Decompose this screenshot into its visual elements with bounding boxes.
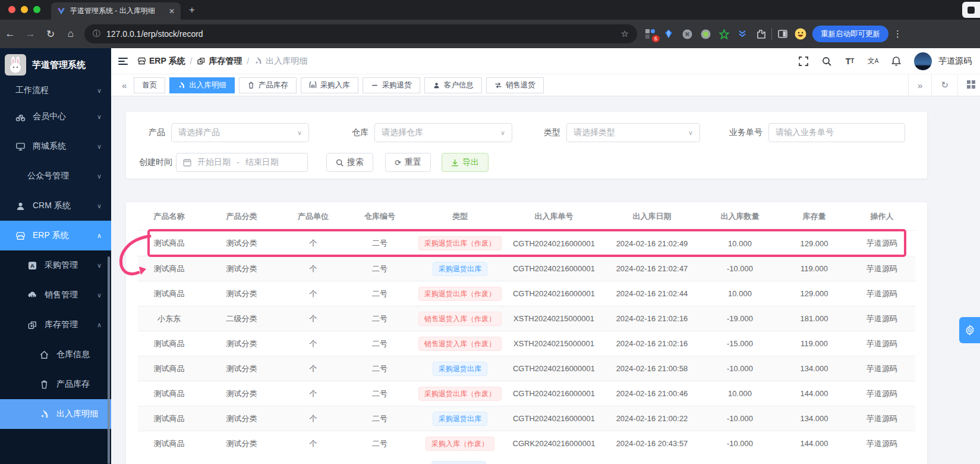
- col-stock: 库存量: [780, 211, 849, 222]
- cell-date: 2024-02-16 21:02:49: [604, 239, 700, 248]
- back-icon[interactable]: ←: [0, 28, 20, 40]
- sidebar-item-purchase-mgmt[interactable]: A 采购管理∨: [0, 250, 111, 280]
- product-select[interactable]: 请选择产品 ∨: [171, 123, 309, 142]
- extension-green-star-icon[interactable]: [718, 28, 730, 40]
- col-operator: 操作人: [849, 211, 915, 222]
- cell-date: 2024-02-16 21:02:16: [604, 339, 700, 348]
- url-text[interactable]: 127.0.0.1/erp/stock/record: [106, 29, 615, 39]
- browser-corner-widget[interactable]: [962, 2, 980, 18]
- cell-product: 测试商品: [138, 264, 200, 274]
- tab-product-stock[interactable]: 产品库存: [239, 77, 297, 93]
- cell-category: 测试分类: [200, 338, 283, 349]
- cell-product: 测试商品: [138, 388, 200, 399]
- table-row[interactable]: 小东东二级分类个二号销售退货入库（作废）XSTH2024021500000120…: [138, 306, 915, 331]
- table-row[interactable]: 测试商品测试分类个二号销售退货入库（作废）XSTH202402150000012…: [138, 331, 915, 356]
- search-icon[interactable]: [821, 56, 832, 67]
- reset-button[interactable]: ⟳ 重置: [385, 153, 431, 172]
- fullscreen-icon[interactable]: [798, 56, 809, 67]
- warehouse-select[interactable]: 请选择仓库 ∨: [374, 123, 512, 142]
- cell-category: 测试分类: [200, 363, 283, 374]
- address-bar[interactable]: ⓘ 127.0.0.1/erp/stock/record ☆: [84, 24, 637, 43]
- product-filter-label: 产品: [126, 127, 165, 138]
- breadcrumb-stock-mgmt[interactable]: 库存管理: [197, 56, 242, 67]
- sidebar-item-stock-record[interactable]: 出入库明细: [0, 399, 111, 429]
- table-row[interactable]: 测试商品测试分类个二号采购退货出库CGTH202402160000012024-…: [138, 356, 915, 381]
- corner-widget-icon: [968, 7, 975, 14]
- table-row[interactable]: 测试商品测试分类个二号采购退货出库CGTH202402160000012024-…: [138, 256, 915, 281]
- sidebar-item-stock-mgmt[interactable]: 库存管理∧: [0, 310, 111, 340]
- export-button[interactable]: 导出: [442, 153, 489, 172]
- extension-chevrons-icon[interactable]: [736, 28, 748, 40]
- language-icon[interactable]: 文A: [868, 56, 878, 67]
- table-header-row: 产品名称 产品分类 产品单位 仓库编号 类型 出入库单号 出入库日期 出入库数量…: [138, 202, 915, 231]
- sidebar-item-member-center[interactable]: 会员中心∨: [0, 102, 111, 131]
- extensions-puzzle-icon[interactable]: [755, 28, 767, 40]
- reload-icon[interactable]: ↻: [40, 28, 61, 40]
- home-icon[interactable]: ⌂: [61, 28, 81, 40]
- cell-order_no: CGTH20240216000001: [504, 389, 604, 398]
- table-row[interactable]: 测试商品测试分类个二号采购退货出库（作废）CGTH202402160000012…: [138, 281, 915, 306]
- site-info-icon[interactable]: ⓘ: [93, 29, 100, 39]
- sidebar-scrollbar[interactable]: [108, 256, 110, 464]
- tab-home[interactable]: 首页: [134, 77, 165, 93]
- tab-stock-record[interactable]: 出入库明细: [169, 77, 235, 93]
- sidebar-item-sales-mgmt[interactable]: 销售管理∨: [0, 280, 111, 310]
- browser-update-button[interactable]: 重新启动即可更新: [812, 26, 888, 42]
- sidebar-item-warehouse-info[interactable]: 仓库信息: [0, 340, 111, 369]
- breadcrumb-erp[interactable]: ERP 系统: [137, 56, 185, 67]
- user-name[interactable]: 芋道源码: [938, 56, 972, 67]
- sidebar-item-workflow[interactable]: 工作流程∨: [0, 79, 111, 102]
- close-window-button[interactable]: [8, 6, 15, 13]
- user-avatar[interactable]: [914, 52, 932, 70]
- col-unit: 产品单位: [283, 211, 344, 222]
- table-row[interactable]: 测试商品测试分类个二号采购退货出库（作废）CGTH202402160000012…: [138, 231, 915, 256]
- sidebar-item-crm-system[interactable]: CRM 系统∨: [0, 191, 111, 221]
- app-logo: [5, 54, 26, 76]
- browser-menu-kebab-icon[interactable]: ⋮: [893, 29, 902, 39]
- scroll-tabs-right-icon[interactable]: »: [913, 80, 927, 90]
- table-row[interactable]: 测试商品测试分类个二号采购退货出库（作废）CGTH202402160000012…: [138, 381, 915, 406]
- side-panel-icon[interactable]: [777, 28, 789, 40]
- new-tab-button[interactable]: +: [189, 4, 195, 16]
- date-range-picker[interactable]: 开始日期 - 结束日期: [176, 153, 308, 172]
- table-row[interactable]: 测试商品测试分类个二号采购退货出库CGTH202402160000012024-…: [138, 406, 915, 431]
- tab-close-icon[interactable]: ✕: [169, 7, 175, 15]
- chevron-up-icon: ∧: [97, 232, 102, 240]
- maximize-window-button[interactable]: [33, 6, 40, 13]
- extension-command-icon[interactable]: ⌘: [681, 28, 693, 40]
- topbar: ERP 系统 / 库存管理 / 出入库明细: [111, 48, 980, 74]
- extension-green-dot-icon[interactable]: [699, 28, 711, 40]
- tab-purchase-return[interactable]: 采购退货: [363, 77, 420, 93]
- refresh-page-icon[interactable]: ↻: [936, 80, 953, 90]
- collapse-sidebar-icon[interactable]: [118, 58, 128, 65]
- sidebar-item-mall-system[interactable]: 商城系统∨: [0, 131, 111, 161]
- type-select[interactable]: 请选择类型 ∨: [566, 123, 700, 142]
- tab-customer-info[interactable]: 客户信息: [424, 77, 482, 93]
- sidebar-item-product-stock[interactable]: 产品库存: [0, 369, 111, 399]
- letter-a-icon: A: [27, 261, 37, 271]
- sidebar-logo-row[interactable]: 芋道管理系统: [0, 48, 111, 79]
- settings-gear-button[interactable]: [959, 317, 980, 343]
- minimize-window-button[interactable]: [21, 6, 28, 13]
- col-order-no: 出入库单号: [504, 211, 604, 222]
- extension-grid-icon[interactable]: 6: [644, 28, 656, 40]
- search-button[interactable]: 搜索: [326, 153, 373, 172]
- toolbar-divider: [771, 28, 772, 40]
- table-row[interactable]: 测试商品测试分类个二号采购入库（作废）CGRK20240216000001202…: [138, 431, 915, 456]
- sidebar-item-official-account[interactable]: 公众号管理∨: [0, 161, 111, 191]
- tab-purchase-in[interactable]: 采购入库: [301, 77, 358, 93]
- layout-grid-icon[interactable]: [962, 80, 975, 90]
- window-controls[interactable]: [8, 6, 40, 13]
- tab-sales-return[interactable]: 销售退货: [486, 77, 544, 93]
- profile-avatar-icon[interactable]: [795, 28, 806, 40]
- notification-bell-icon[interactable]: [891, 56, 902, 67]
- bookmark-star-icon[interactable]: ☆: [621, 29, 629, 39]
- font-size-icon[interactable]: TT: [844, 56, 855, 67]
- bizno-input[interactable]: 请输入业务单号: [768, 123, 905, 142]
- sidebar-item-erp-system[interactable]: ERP 系统∧: [0, 221, 111, 250]
- cell-qty: -10.000: [700, 414, 780, 423]
- extension-blue-gem-icon[interactable]: [663, 28, 675, 40]
- scroll-tabs-left-icon[interactable]: «: [117, 80, 131, 90]
- browser-tab[interactable]: 芋道管理系统 - 出入库明细 ✕: [51, 2, 181, 20]
- forward-icon[interactable]: →: [20, 28, 40, 40]
